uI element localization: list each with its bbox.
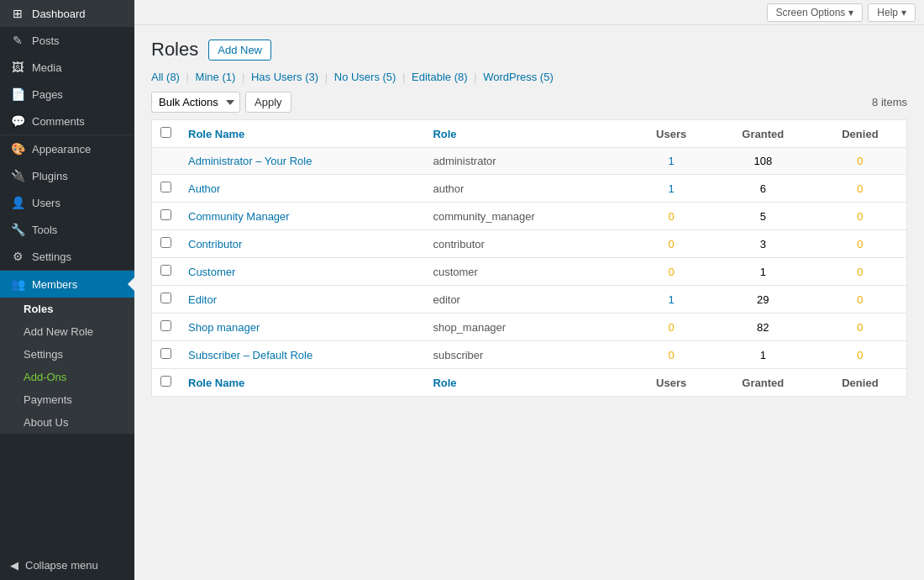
select-all-bottom-checkbox[interactable] (160, 376, 171, 387)
table-row: Authorauthor160 (152, 175, 907, 203)
toolbar-left: Bulk Actions Apply (151, 92, 291, 113)
plugins-icon: 🔌 (10, 169, 25, 182)
role-granted: 5 (712, 203, 814, 230)
role-users: 1 (630, 175, 711, 203)
sidebar-item-label: Tools (32, 224, 57, 236)
sidebar-item-comments[interactable]: 💬 Comments (0, 108, 134, 134)
role-slug: customer (424, 258, 630, 286)
submenu-item-payments[interactable]: Payments (0, 388, 134, 411)
table-row: Contributorcontributor030 (152, 230, 907, 258)
sidebar-item-members[interactable]: 👥 Members (0, 271, 134, 298)
members-icon: 👥 (10, 277, 25, 291)
row-checkbox[interactable] (160, 237, 171, 248)
submenu-item-roles[interactable]: Roles (0, 298, 134, 320)
role-name-link[interactable]: Community Manager (188, 210, 290, 223)
role-name-link[interactable]: Administrator – Your Role (188, 155, 312, 167)
tfoot-role: Role (424, 369, 630, 397)
users-link[interactable]: 1 (669, 182, 675, 195)
collapse-menu-button[interactable]: ◀ Collapse menu (0, 551, 134, 580)
sidebar-item-tools[interactable]: 🔧 Tools (0, 216, 134, 243)
row-checkbox[interactable] (160, 182, 171, 192)
sidebar-item-label: Appearance (32, 143, 91, 156)
role-denied: 0 (814, 203, 907, 230)
help-button[interactable]: Help ▾ (868, 3, 916, 22)
filter-link-wordpress[interactable]: WordPress (5) (483, 71, 554, 83)
role-denied: 0 (814, 148, 907, 175)
filter-link-mine[interactable]: Mine (1) (196, 71, 236, 83)
role-slug: author (424, 175, 630, 203)
role-denied: 0 (814, 258, 907, 286)
role-users: 0 (630, 341, 711, 369)
appearance-icon: 🎨 (10, 142, 25, 156)
table-row: Community Managercommunity_manager050 (152, 203, 907, 230)
role-users: 1 (630, 148, 711, 175)
sidebar-item-appearance[interactable]: 🎨 Appearance (0, 135, 134, 162)
sidebar-item-users[interactable]: 👤 Users (0, 189, 134, 216)
sidebar-item-settings[interactable]: ⚙ Settings (0, 243, 134, 270)
role-granted: 6 (712, 175, 814, 203)
role-name-link[interactable]: Author (188, 182, 220, 195)
role-denied: 0 (814, 230, 907, 258)
role-name-link[interactable]: Subscriber – Default Role (188, 349, 312, 361)
tools-icon: 🔧 (10, 223, 25, 236)
tfoot-granted: Granted (712, 369, 814, 397)
select-all-checkbox[interactable] (160, 127, 171, 138)
role-users: 0 (630, 314, 711, 341)
row-checkbox[interactable] (160, 348, 171, 359)
toolbar: Bulk Actions Apply 8 items (151, 92, 907, 113)
submenu-item-add-ons[interactable]: Add-Ons (0, 366, 134, 388)
row-checkbox[interactable] (160, 265, 171, 276)
screen-options-button[interactable]: Screen Options ▾ (767, 3, 864, 22)
tfoot-denied: Denied (814, 369, 907, 397)
sidebar-item-label: Pages (32, 88, 63, 101)
role-users: 0 (630, 230, 711, 258)
role-name-link[interactable]: Customer (188, 266, 235, 278)
sidebar-item-pages[interactable]: 📄 Pages (0, 81, 134, 108)
submenu-item-settings[interactable]: Settings (0, 343, 134, 366)
media-icon: 🖼 (10, 61, 25, 74)
row-checkbox[interactable] (160, 320, 171, 331)
collapse-icon: ◀ (10, 559, 18, 572)
role-users: 0 (630, 203, 711, 230)
role-slug: community_manager (424, 203, 630, 230)
roles-table: Role Name Role Users Granted Denied Admi… (151, 119, 907, 397)
th-role: Role (424, 120, 630, 148)
sidebar-item-media[interactable]: 🖼 Media (0, 54, 134, 81)
users-link[interactable]: 1 (669, 155, 675, 167)
apply-button[interactable]: Apply (245, 92, 291, 113)
row-checkbox[interactable] (160, 209, 171, 220)
filter-link-all[interactable]: All (8) (151, 71, 180, 83)
role-name-link[interactable]: Contributor (188, 238, 242, 250)
role-name-link[interactable]: Editor (188, 293, 217, 306)
filter-link-no-users[interactable]: No Users (5) (334, 71, 396, 83)
sidebar-item-plugins[interactable]: 🔌 Plugins (0, 162, 134, 189)
role-slug: administrator (424, 148, 630, 175)
items-count: 8 items (872, 96, 907, 108)
submenu-item-about-us[interactable]: About Us (0, 411, 134, 434)
submenu-item-add-new-role[interactable]: Add New Role (0, 320, 134, 343)
sidebar-item-label: Media (32, 61, 61, 74)
filter-link-has-users[interactable]: Has Users (3) (251, 71, 318, 83)
th-role-name: Role Name (180, 120, 424, 148)
row-checkbox[interactable] (160, 293, 171, 303)
bulk-actions-select[interactable]: Bulk Actions (151, 92, 240, 113)
table-row: Shop managershop_manager0820 (152, 314, 907, 341)
sidebar-item-posts[interactable]: ✎ Posts (0, 27, 134, 54)
sidebar-item-dashboard[interactable]: ⊞ Dashboard (0, 0, 134, 27)
sidebar-item-label: Posts (32, 34, 60, 47)
role-name-link[interactable]: Shop manager (188, 321, 260, 334)
screen-options-chevron-icon: ▾ (848, 7, 853, 18)
users-link[interactable]: 1 (669, 293, 675, 306)
page-header: Roles Add New (151, 39, 907, 61)
add-new-button[interactable]: Add New (208, 40, 271, 61)
help-chevron-icon: ▾ (901, 7, 906, 18)
users-icon: 👤 (10, 196, 25, 209)
role-denied: 0 (814, 341, 907, 369)
filter-link-editable[interactable]: Editable (8) (412, 71, 467, 83)
sidebar-item-label: Plugins (32, 170, 68, 182)
th-denied: Denied (814, 120, 907, 148)
table-row: Subscriber – Default Rolesubscriber010 (152, 341, 907, 369)
dashboard-icon: ⊞ (10, 7, 25, 20)
members-submenu: Roles Add New Role Settings Add-Ons Paym… (0, 298, 134, 434)
page-title: Roles (151, 39, 198, 61)
